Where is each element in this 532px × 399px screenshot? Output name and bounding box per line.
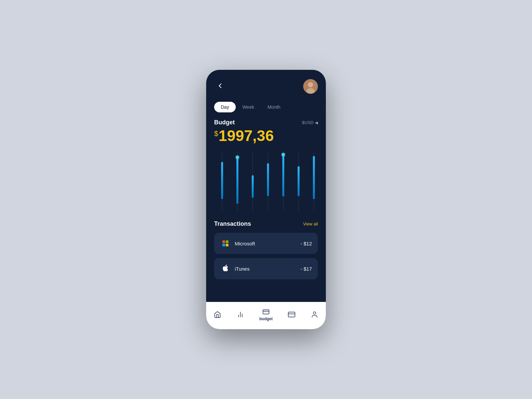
budget-nav-label: budget <box>259 317 273 321</box>
nav-card[interactable] <box>284 309 300 320</box>
transactions-section: Transactions View all Microsoft - $12 <box>206 220 326 298</box>
transaction-microsoft[interactable]: Microsoft - $12 <box>214 233 318 254</box>
nav-chart[interactable] <box>232 309 248 320</box>
view-all-button[interactable]: View all <box>303 221 318 226</box>
budget-title: Budget <box>214 119 235 126</box>
header <box>206 70 326 99</box>
phone-container: Day Week Month Budget $USD ◀ $ 1997,36 <box>206 70 326 329</box>
ms-square-3 <box>222 244 225 246</box>
svg-rect-19 <box>313 156 315 199</box>
svg-rect-5 <box>221 162 223 199</box>
budget-chart <box>206 151 326 212</box>
nav-profile[interactable] <box>307 309 323 320</box>
back-icon <box>217 82 223 91</box>
ms-square-4 <box>226 244 228 246</box>
microsoft-amount: - $12 <box>301 241 312 246</box>
apple-logo <box>220 263 231 274</box>
card-icon <box>288 311 296 319</box>
transaction-itunes[interactable]: iTunes - $17 <box>214 258 318 279</box>
transaction-left: Microsoft <box>220 238 255 249</box>
svg-rect-14 <box>282 155 284 197</box>
microsoft-name: Microsoft <box>235 241 255 246</box>
currency-text: $USD <box>302 120 314 125</box>
avatar[interactable] <box>303 79 318 94</box>
tab-month[interactable]: Month <box>261 102 287 112</box>
nav-home[interactable] <box>209 309 225 320</box>
svg-rect-23 <box>263 310 269 314</box>
person-icon <box>311 311 319 319</box>
tab-selector: Day Week Month <box>214 102 318 112</box>
budget-center-icon <box>262 308 270 316</box>
bottom-nav: budget <box>206 302 326 329</box>
svg-point-3 <box>308 82 313 87</box>
svg-point-27 <box>313 312 316 314</box>
tab-day[interactable]: Day <box>214 102 236 112</box>
svg-rect-12 <box>267 163 269 196</box>
ms-square-2 <box>226 240 228 243</box>
budget-header: Budget $USD ◀ <box>214 119 318 126</box>
budget-value: 1997,36 <box>218 128 274 143</box>
home-icon <box>213 311 221 319</box>
svg-rect-7 <box>236 157 238 204</box>
currency-arrow-icon: ◀ <box>315 120 318 125</box>
back-button[interactable] <box>214 80 226 92</box>
microsoft-logo <box>220 238 231 249</box>
budget-amount: $ 1997,36 <box>214 128 318 143</box>
itunes-name: iTunes <box>235 266 249 272</box>
microsoft-icon <box>222 240 228 246</box>
transactions-header: Transactions View all <box>214 220 318 227</box>
svg-rect-17 <box>298 166 300 196</box>
apple-icon <box>222 265 228 273</box>
tab-week[interactable]: Week <box>236 102 261 112</box>
svg-point-8 <box>236 156 239 159</box>
chart-icon <box>236 311 244 319</box>
currency-symbol: $ <box>214 129 218 138</box>
budget-section: Budget $USD ◀ $ 1997,36 <box>206 119 326 151</box>
transaction-left-itunes: iTunes <box>220 263 249 274</box>
nav-budget[interactable]: budget <box>255 307 277 323</box>
ms-square-1 <box>222 240 225 243</box>
svg-rect-25 <box>288 312 295 317</box>
currency-selector[interactable]: $USD ◀ <box>302 120 318 125</box>
svg-rect-10 <box>252 175 254 198</box>
transactions-title: Transactions <box>214 220 251 227</box>
itunes-amount: - $17 <box>301 266 312 272</box>
svg-point-15 <box>282 153 285 156</box>
